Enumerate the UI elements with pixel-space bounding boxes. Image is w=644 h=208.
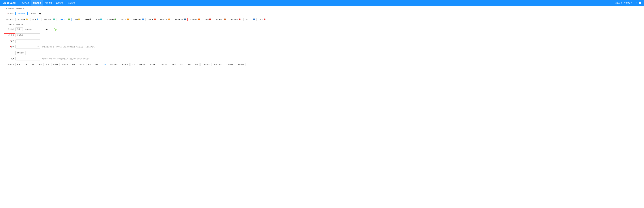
location-tab[interactable]: 深圳 [37, 63, 44, 66]
tidb-icon [264, 18, 266, 20]
oceanbase-icon [142, 18, 144, 20]
label-net-addr: 网络地址 [4, 28, 16, 30]
auth-method-select[interactable]: 账号密码▾ [16, 33, 40, 37]
breadcrumb-root[interactable]: 数据源管理 [6, 7, 14, 10]
location-list: 杭州上海北京深圳青岛张家口呼和浩特香港新加坡硅谷伦敦不限杭州金融云弗吉尼亚日本澳… [16, 63, 246, 66]
location-tab[interactable]: 北京 [30, 63, 36, 66]
db-type-doris[interactable]: Doris [30, 18, 40, 21]
mysql-icon [127, 18, 129, 20]
location-tab[interactable]: 迪拜 [193, 63, 200, 66]
row-password: *密码 👁 密码经过加密存储，保障安全。后续创建数据任务可直接连接，无需重新填写… [4, 45, 640, 48]
db-type-label: Doris [32, 18, 36, 20]
location-tab[interactable]: 弗吉尼亚 [120, 63, 130, 66]
oracle-icon [154, 18, 156, 20]
deploy-tab-aliyun[interactable]: 阿里云 [29, 12, 38, 15]
location-tab[interactable]: 澳大利亚 [138, 63, 147, 66]
top-right: 商业版 v2 寻求帮助 ? zyl [616, 1, 642, 4]
db-type-starrocks[interactable]: StarRocks [244, 18, 256, 21]
db-type-label: ElasticSearch [43, 18, 52, 20]
location-tab[interactable]: 印度 [186, 63, 192, 66]
label-phys-loc: *物理位置 [4, 63, 16, 66]
location-tab[interactable]: 上海金融云 [200, 63, 212, 66]
description-input[interactable] [16, 57, 40, 60]
clickhouse-icon [26, 18, 28, 20]
location-tab[interactable]: 德国 [179, 63, 185, 66]
db-type-greenplum[interactable]: Greenplum [58, 18, 72, 21]
row-auth-method: 认证方式 账号密码▾ [4, 33, 640, 37]
account-input[interactable] [16, 39, 40, 43]
location-tab[interactable]: 深圳金融云 [212, 63, 223, 66]
db-type-sqlserver[interactable]: SQLServer [228, 18, 242, 21]
mongodb-icon [114, 18, 116, 20]
chevron-down-icon: ▾ [63, 2, 64, 4]
port-input[interactable] [44, 28, 53, 31]
db-type-clickhouse[interactable]: ClickHouse [16, 18, 29, 21]
redis-icon [209, 18, 211, 20]
nav-system[interactable]: 系统管理▾ [66, 0, 78, 6]
db-type-rocketmq[interactable]: RocketMQ [214, 18, 227, 21]
test-connection-button[interactable]: 测试连接 [16, 51, 26, 55]
location-tab[interactable]: 张家口 [52, 63, 60, 66]
location-tab[interactable]: 马来西亚 [148, 63, 158, 66]
db-type-label: Hive [74, 18, 78, 20]
row-deploy-type: *部署类型 自建数据库 阿里云 ! [4, 12, 640, 15]
db-type-tidb[interactable]: TiDB [258, 18, 267, 21]
db-type-label: TiDB [260, 18, 263, 20]
host-input[interactable] [24, 28, 43, 31]
help-icon: ? [631, 2, 632, 4]
location-tab[interactable]: 上海 [23, 63, 29, 66]
password-hint: 密码经过加密存储，保障安全。后续创建数据任务可直接连接，无需重新填写。 [42, 46, 96, 48]
location-tab[interactable]: 杭州 [16, 63, 22, 66]
location-tab[interactable]: 硅谷 [86, 63, 93, 66]
edition-label: 商业版 v2 [616, 2, 622, 4]
location-tab[interactable]: 新加坡 [78, 63, 86, 66]
db-type-mysql[interactable]: MySQL [119, 18, 130, 21]
label-auth-method: 认证方式 [4, 33, 16, 37]
db-type-kafka[interactable]: Kafka [83, 18, 93, 21]
top-bar: CloudCanal 任务管理 数据源管理 机器管理 监控管理▾ 系统管理▾ 商… [0, 0, 644, 6]
location-tab[interactable]: 伦敦 [94, 63, 100, 66]
polardbx-icon [168, 18, 170, 20]
db-type-rabbitmq[interactable]: RabbitMQ [189, 18, 202, 21]
user-name[interactable]: zyl [634, 2, 636, 4]
location-tab[interactable]: 青岛 [44, 63, 51, 66]
row-phys-loc: *物理位置 杭州上海北京深圳青岛张家口呼和浩特香港新加坡硅谷伦敦不限杭州金融云弗… [4, 63, 640, 66]
db-type-label: SQLServer [230, 18, 238, 20]
db-type-polardbx[interactable]: PolarDB-X [159, 18, 172, 21]
net-scope-select[interactable]: 内网▾ [16, 27, 23, 31]
db-type-redis[interactable]: Redis [203, 18, 213, 21]
db-type-elasticsearch[interactable]: ElasticSearch [41, 18, 57, 21]
location-tab[interactable]: 香港 [70, 63, 77, 66]
nav-task[interactable]: 任务管理 [20, 0, 31, 6]
add-address-button[interactable]: ＋ [54, 28, 57, 31]
location-tab[interactable]: 菲律宾 [170, 63, 178, 66]
db-type-mongodb[interactable]: MongoDB [105, 18, 118, 21]
db-type-oracle[interactable]: Oracle [147, 18, 157, 21]
location-tab[interactable]: 呼和浩特 [60, 63, 70, 66]
db-type-oceanbase[interactable]: OceanBase [132, 18, 146, 21]
location-tab[interactable]: 印度尼西亚 [158, 63, 169, 66]
deploy-tab-self[interactable]: 自建数据库 [16, 12, 28, 15]
info-icon[interactable]: ! [39, 13, 41, 14]
nav-monitor[interactable]: 监控管理▾ [54, 0, 66, 6]
db-type-hive[interactable]: Hive [73, 18, 82, 21]
db-type-label: MySQL [121, 18, 126, 20]
eye-icon[interactable]: 👁 [37, 46, 39, 48]
password-input[interactable] [16, 45, 40, 48]
db-type-label: Greenplum [60, 18, 67, 20]
avatar[interactable] [638, 1, 642, 4]
location-tab[interactable]: 不限 [101, 63, 108, 66]
db-type-list: ClickHouseDorisElasticSearchGreenplumHiv… [16, 18, 267, 21]
location-tab[interactable]: 乌兰察布 [236, 63, 246, 66]
location-tab[interactable]: 北京金融云 [224, 63, 235, 66]
help-link[interactable]: 寻求帮助 ? [624, 2, 632, 4]
db-type-postgresql[interactable]: PostgreSQL [173, 18, 188, 21]
label-description: 描述 [4, 58, 16, 60]
breadcrumb: 数据源管理 / 新增数据源 [0, 6, 644, 11]
nav-datasource[interactable]: 数据源管理 [31, 0, 43, 6]
nav-machine[interactable]: 机器管理 [43, 0, 54, 6]
db-type-kudu[interactable]: Kudu [94, 18, 104, 21]
location-tab[interactable]: 杭州金融云 [108, 63, 119, 66]
db-type-label: RocketMQ [216, 18, 223, 20]
location-tab[interactable]: 日本 [130, 63, 137, 66]
